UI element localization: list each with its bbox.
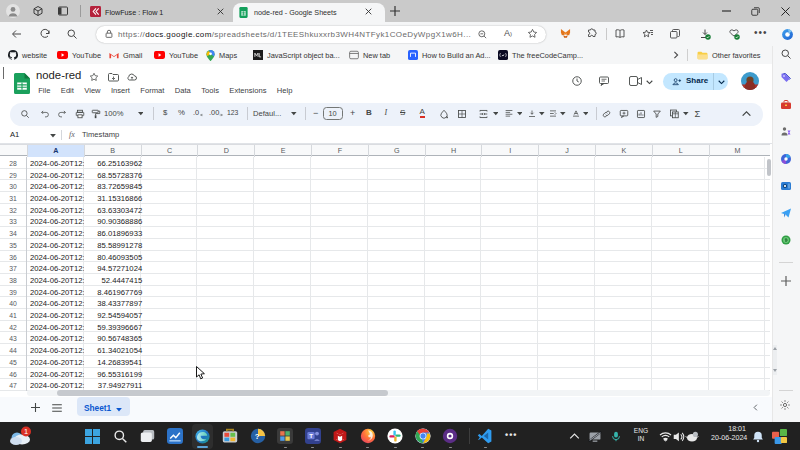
svg-text:1: 1 — [24, 427, 28, 436]
svg-text:?: ? — [254, 432, 259, 441]
svg-text:T: T — [309, 433, 313, 439]
